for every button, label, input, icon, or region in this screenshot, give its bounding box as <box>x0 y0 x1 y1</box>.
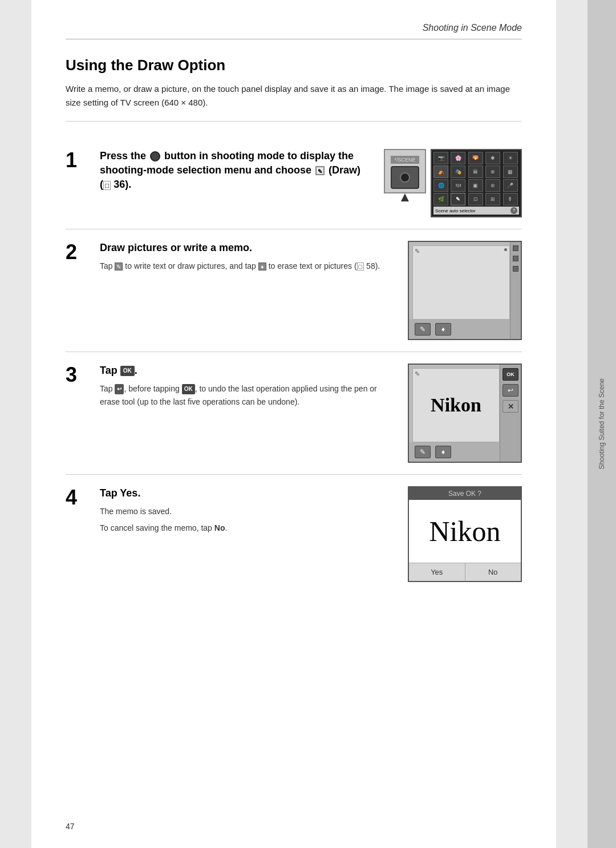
scene-label: */SCENE <box>394 157 415 163</box>
section-title: Using the Draw Option <box>66 56 522 74</box>
step-4-desc-1: The memo is saved. <box>100 505 396 518</box>
step-2-desc: Tap ✎ to write text or draw pictures, an… <box>100 260 396 272</box>
step-3-content: Tap OK. Tap ↩, before tapping OK, to und… <box>100 364 396 408</box>
step-3-heading: Tap OK. <box>100 364 396 378</box>
step-3-desc: Tap ↩, before tapping OK, to undo the la… <box>100 382 396 408</box>
step-3-number: 3 <box>66 365 88 385</box>
step-4-image: Save OK ? Nikon Yes No <box>408 486 522 582</box>
step-4-desc-2: To cancel saving the memo, tap No. <box>100 522 396 534</box>
main-page: Shooting in Scene Mode Using the Draw Op… <box>31 0 556 848</box>
step-3: 3 Tap OK. Tap ↩, before tapping OK, to u… <box>66 352 522 475</box>
step-4-content: Tap Yes. The memo is saved. To cancel sa… <box>100 486 396 534</box>
page-number: 47 <box>66 822 75 831</box>
step-1: 1 Press the button in shooting mode to d… <box>66 138 522 229</box>
step-2-content: Draw pictures or write a memo. Tap ✎ to … <box>100 241 396 273</box>
right-sidebar-label: Shooting Suited for the Scene <box>598 378 606 469</box>
step-4-number: 4 <box>66 487 88 508</box>
yes-button[interactable]: Yes <box>409 563 465 581</box>
header: Shooting in Scene Mode <box>66 23 522 39</box>
step-2-heading: Draw pictures or write a memo. <box>100 241 396 255</box>
nikon-save-text: Nikon <box>429 515 501 548</box>
no-button[interactable]: No <box>465 563 521 581</box>
header-title: Shooting in Scene Mode <box>423 23 522 33</box>
scene-auto-label: Scene auto selector <box>435 208 476 213</box>
right-sidebar: Shooting Suited for the Scene <box>587 0 616 848</box>
step-1-heading: Press the button in shooting mode to dis… <box>100 149 372 192</box>
step-4: 4 Tap Yes. The memo is saved. To cancel … <box>66 475 522 593</box>
step-2-number: 2 <box>66 242 88 263</box>
step-4-heading: Tap Yes. <box>100 486 396 500</box>
nikon-draw-text: Nikon <box>431 394 481 416</box>
save-dialog-header: Save OK ? <box>409 487 521 500</box>
step-3-image: ✎ Nikon ✎ ♦ OK ↩ ✕ <box>408 364 522 463</box>
step-1-number: 1 <box>66 150 88 171</box>
intro-text: Write a memo, or draw a picture, on the … <box>66 82 522 122</box>
step-2-image: ✎ ✎ ♦ <box>408 241 522 340</box>
step-1-image: */SCENE ▲ 📷 🌸 🌄 ✱ <box>384 149 522 217</box>
step-2: 2 Draw pictures or write a memo. Tap ✎ t… <box>66 229 522 352</box>
step-1-content: Press the button in shooting mode to dis… <box>100 149 372 197</box>
